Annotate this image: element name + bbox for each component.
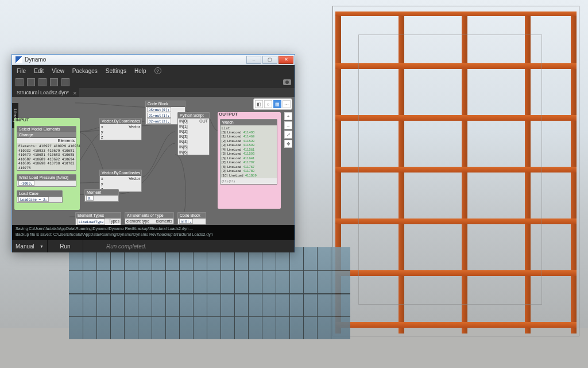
- menu-view[interactable]: View: [52, 68, 64, 74]
- view-mode-2[interactable]: ○: [264, 100, 272, 108]
- node-load-case[interactable]: Load Case LoadCase = 3;: [17, 190, 63, 203]
- help-icon[interactable]: ?: [154, 67, 161, 74]
- run-button[interactable]: Run: [48, 240, 83, 252]
- node-element-types[interactable]: Element Types LineLoadTypeTypes: [75, 212, 121, 225]
- watch-list: List[0]LineLoad411400[1]LineLoad411469[2…: [220, 125, 277, 178]
- undo-button[interactable]: [50, 78, 58, 86]
- toolbar: [12, 76, 295, 88]
- node-moment[interactable]: Moment 0;: [84, 189, 119, 202]
- menu-edit[interactable]: Edit: [34, 68, 44, 74]
- window-title: Dynamo: [25, 56, 46, 63]
- glass-building: [69, 247, 350, 339]
- menubar: File Edit View Packages Settings Help ?: [12, 65, 295, 76]
- open-button[interactable]: [27, 78, 35, 86]
- node-code-block-2[interactable]: Code Block a[0];: [177, 212, 206, 225]
- save-button[interactable]: [38, 78, 47, 86]
- console: Saving C:\Users\fudalat\AppData\Roaming\…: [12, 225, 295, 240]
- dynamo-window: Dynamo – ▢ ✕ File Edit View Packages Set…: [11, 54, 295, 252]
- node-wind-pressure[interactable]: Wind Load Pressure [N/m2] -1000;: [17, 174, 76, 187]
- node-watch[interactable]: Watch List[0]LineLoad411400[1]LineLoad41…: [220, 119, 277, 185]
- zoom-out-button[interactable]: –: [284, 121, 292, 129]
- menu-settings[interactable]: Settings: [106, 68, 126, 74]
- camera-icon[interactable]: [283, 79, 291, 85]
- close-button[interactable]: ✕: [278, 56, 293, 64]
- run-status: Run completed.: [83, 243, 169, 250]
- node-vector1[interactable]: Vector.ByCoordinates xVector y z: [99, 118, 142, 140]
- node-python-script[interactable]: Python Script IN[0]OUT IN[1] IN[2] IN[3]…: [177, 112, 210, 155]
- menu-file[interactable]: File: [17, 68, 26, 74]
- run-mode-dropdown[interactable]: Manual ▼: [12, 240, 48, 252]
- view-mode-4[interactable]: ⋯: [283, 100, 291, 108]
- new-button[interactable]: [16, 78, 24, 86]
- zoom-fit-button[interactable]: ⤢: [284, 131, 292, 139]
- app-icon: [16, 56, 22, 63]
- group-output-label: OUTPUT: [219, 112, 238, 117]
- redo-button[interactable]: [61, 78, 69, 86]
- node-all-elements-of-type[interactable]: All Elements of Type element typeelement…: [125, 212, 174, 224]
- caret-down-icon: ▼: [40, 244, 44, 248]
- menu-packages[interactable]: Packages: [72, 68, 98, 74]
- tabbar: Structural Loads2.dyn* ✕: [12, 88, 295, 97]
- tab-label: Structural Loads2.dyn*: [17, 90, 69, 95]
- minimize-button[interactable]: –: [246, 56, 261, 64]
- titlebar[interactable]: Dynamo – ▢ ✕: [12, 55, 295, 65]
- view-mode-1[interactable]: ◧: [255, 100, 263, 108]
- pan-button[interactable]: ✥: [284, 140, 292, 148]
- view-mode-3[interactable]: ▦: [273, 100, 281, 108]
- node-select-elements[interactable]: Select Model Elements Change Elements El…: [17, 126, 76, 171]
- group-input-label: INPUT: [16, 117, 29, 122]
- runbar: Manual ▼ Run Run completed.: [12, 240, 295, 252]
- menu-help[interactable]: Help: [134, 68, 146, 74]
- graph-canvas[interactable]: Library ◧ ○ ▦ ⋯ + – ⤢ ✥: [12, 97, 295, 225]
- zoom-in-button[interactable]: +: [284, 112, 292, 120]
- tab-document[interactable]: Structural Loads2.dyn* ✕: [12, 88, 79, 97]
- maximize-button[interactable]: ▢: [262, 56, 277, 64]
